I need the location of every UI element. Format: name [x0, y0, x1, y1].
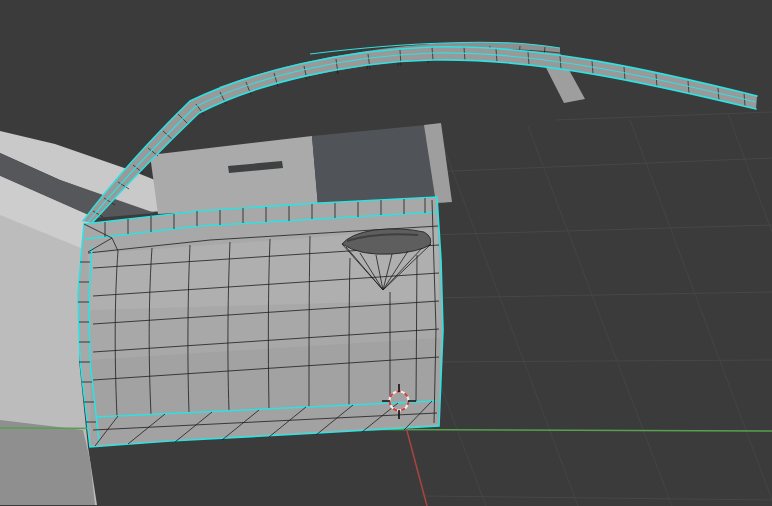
3d-viewport[interactable] — [0, 0, 772, 506]
car-rocker-shadow — [0, 420, 95, 505]
viewport-canvas — [0, 0, 772, 506]
open-door-mesh[interactable] — [78, 197, 443, 447]
